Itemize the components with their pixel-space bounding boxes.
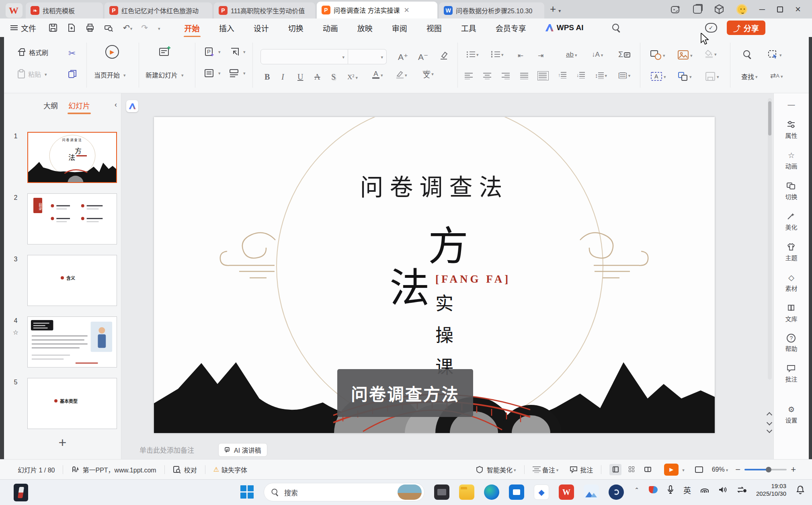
slide-thumbnail-1[interactable]: 问卷调查法 方 法 [27,132,117,183]
slide-editor[interactable]: 问卷调查法 方 法 [FANG FA] 实 操 课 问卷调查方法 [154,117,715,433]
decrease-font-icon[interactable]: A⁻ [418,52,428,62]
text-direction-button[interactable]: ↓A [592,51,603,59]
previous-slide-button[interactable] [767,412,772,418]
paste-button[interactable]: 粘贴 [17,69,47,79]
new-tab-button[interactable]: + [550,3,556,15]
strikethrough-button[interactable]: A [314,72,320,82]
font-name-select[interactable] [260,49,348,64]
zoom-level[interactable]: 69% [712,466,725,473]
zoom-chevron-icon[interactable] [725,466,728,473]
increase-indent-icon[interactable]: ⇥ [538,51,543,60]
taskbar-search[interactable]: 搜索 [264,483,424,501]
ai-assistant-float-button[interactable] [126,100,138,112]
missing-fonts-label[interactable]: 缺失字体 [221,465,247,474]
font-color-button[interactable]: A [372,71,383,79]
pinyin-guide-button[interactable]: wén文 [423,70,434,77]
insert-shape-button[interactable] [650,50,665,60]
search-icon[interactable] [612,23,621,32]
shape-fill-button[interactable] [705,50,717,58]
notes-button[interactable]: 备注 [542,465,559,474]
ai-slide-button[interactable]: P [204,47,221,57]
wifi-icon[interactable] [701,487,709,493]
app-diamond-a-icon[interactable]: ◆ [534,484,549,500]
zoom-slider[interactable] [744,469,787,470]
menu-tab-view[interactable]: 视图 [426,20,443,36]
bullet-list-button[interactable] [466,51,479,58]
quick-access-chevron-icon[interactable] [157,23,160,32]
sidebar-item-assets[interactable]: ◇ 素材 [785,273,797,292]
line-spacing-button[interactable]: ↕ [595,72,607,79]
microphone-icon[interactable] [667,485,674,494]
format-painter-button[interactable]: 格式刷 [17,47,48,57]
tab-outline[interactable]: 大纲 [43,100,58,111]
tray-expand-chevron-icon[interactable]: ⌃ [634,487,639,493]
bold-button[interactable]: B [265,72,270,82]
char-spacing-button[interactable]: ab [566,51,577,59]
notes-placeholder[interactable]: 单击此处添加备注 [139,445,194,455]
play-from-current-icon[interactable]: ▶ [105,45,119,59]
app-navy-icon[interactable] [609,484,624,500]
microsoft-store-icon[interactable] [509,484,524,500]
windows-start-button[interactable] [240,485,254,499]
menu-tab-insert[interactable]: 插入 [218,20,235,36]
normal-view-button[interactable] [609,464,621,475]
paragraph-spacing-down-icon[interactable]: ↓ [576,72,585,78]
zoom-in-button[interactable]: + [791,464,796,475]
clock[interactable]: 19:03 2025/10/30 [756,482,786,497]
sidebar-item-beautify[interactable]: 美化 [785,211,797,231]
cube-icon[interactable] [714,4,724,14]
doc-tab-red-memory[interactable]: P 红色记忆对个体红色旅游动 [105,2,212,18]
ai-speech-button[interactable]: AI 演讲稿 [218,443,267,457]
menu-tab-member[interactable]: 会员专享 [495,20,527,36]
slide-thumbnail-2[interactable]: 目录 [27,193,117,244]
section-button[interactable] [229,68,246,78]
undo-button[interactable] [122,23,132,33]
file-explorer-icon[interactable] [459,484,474,500]
window-stack-icon[interactable] [693,5,702,14]
new-slide-icon[interactable] [159,46,171,57]
cut-icon[interactable] [68,48,76,59]
ai-assistant-icon[interactable] [671,4,681,14]
sidebar-item-theme[interactable]: 主题 [785,242,797,262]
doc-tab-active-survey-method[interactable]: P 问卷调查法 方法实操课 ✕ [317,2,437,18]
volume-icon[interactable] [718,486,727,493]
underline-button[interactable]: U [297,72,303,82]
slide-thumbnail-5[interactable]: 基本类型 [27,378,117,429]
ime-language-indicator[interactable]: 英 [683,484,691,495]
print-icon[interactable] [85,23,95,33]
find-icon[interactable] [743,50,752,59]
zoom-slider-thumb[interactable] [766,467,771,472]
new-slide-button[interactable]: 新建幻灯片 [146,70,184,80]
doc-tab-data-analysis[interactable]: W 问卷数据分析步骤25.10.30 [439,2,544,18]
slide-thumbnail-4[interactable] [27,316,117,367]
header-footer-button[interactable] [705,72,719,81]
wps-home-button[interactable]: W [6,3,23,18]
decrease-indent-icon[interactable]: ⇤ [518,51,523,60]
find-button[interactable]: 查找 [741,72,758,81]
import-slide-button[interactable] [229,47,246,57]
edge-browser-icon[interactable] [484,484,499,500]
reading-view-button[interactable] [642,464,654,475]
fit-slide-icon[interactable] [695,466,703,473]
slide-thumbnail-3[interactable]: 含义 [27,255,117,306]
align-center-icon[interactable] [483,72,492,79]
text-anchor-button[interactable]: [] [618,72,630,79]
font-size-select[interactable] [348,49,387,64]
sidebar-item-properties[interactable]: 属性 [785,120,797,140]
slide-vertical-text[interactable]: 实 操 课 [435,289,453,379]
paragraph-spacing-up-icon[interactable]: ↑ [558,72,566,78]
sidebar-item-comments[interactable]: 批注 [785,363,797,383]
wps-cloud-icon[interactable] [649,486,658,493]
menu-tab-review[interactable]: 审阅 [391,20,408,36]
save-icon[interactable] [48,23,58,33]
member-avatar-icon[interactable] [736,4,747,15]
template-source-text[interactable]: 第一PPT，www.1ppt.com [82,465,156,474]
slideshow-options-chevron-icon[interactable] [681,466,685,473]
slide-fa-char[interactable]: 法 [390,255,430,314]
zoom-out-button[interactable]: − [735,464,740,475]
search-highlight-image[interactable] [398,484,422,500]
doc-tab-labor-value[interactable]: P 111高职院校学生劳动价值 [214,2,315,18]
align-left-icon[interactable] [465,72,474,79]
collapse-sidebar-icon[interactable]: — [788,101,795,109]
slide-pinyin-text[interactable]: [FANG FA] [435,273,511,285]
